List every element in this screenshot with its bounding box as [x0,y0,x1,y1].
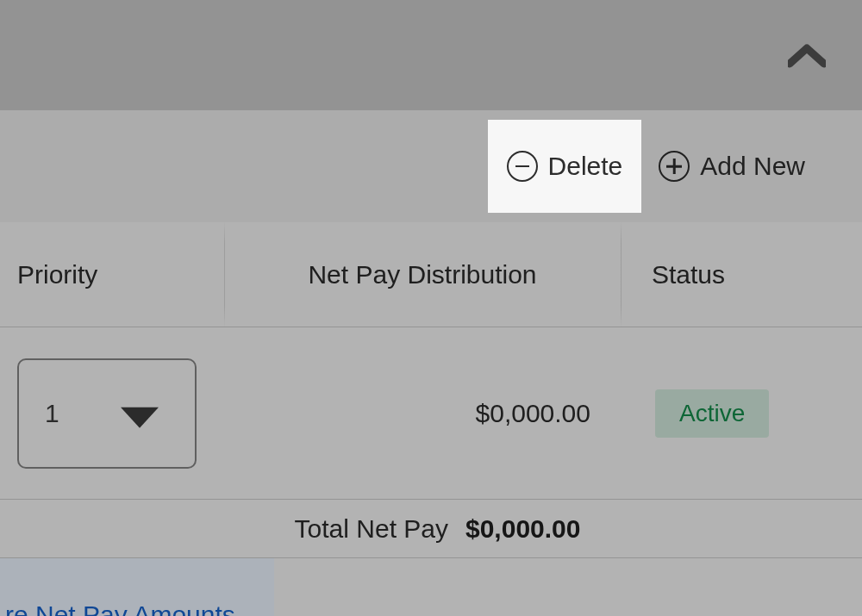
plus-circle-icon [659,151,690,182]
total-value: $0,000.00 [465,514,580,544]
add-new-label: Add New [700,152,805,181]
priority-select[interactable]: 1 [17,358,197,469]
column-header-status: Status [621,260,862,289]
cell-status: Active [621,389,862,438]
caret-down-icon [121,407,159,427]
footer-link-fragment[interactable]: re Net Pay Amounts [0,600,235,616]
column-header-priority: Priority [0,260,224,289]
total-row: Total Net Pay $0,000.00 [0,500,862,558]
table-header: Priority Net Pay Distribution Status [0,222,862,327]
column-header-netpay: Net Pay Distribution [224,260,621,289]
cell-priority: 1 [0,358,224,469]
collapse-chevron-icon[interactable] [788,43,826,72]
table-row: 1 $0,000.00 Active [0,327,862,500]
minus-circle-icon [507,151,538,182]
priority-value: 1 [45,399,59,428]
total-label: Total Net Pay [0,514,465,544]
status-badge: Active [655,389,769,438]
add-new-button[interactable]: Add New [641,120,822,213]
actions-row: Delete Add New [0,110,862,222]
delete-button[interactable]: Delete [488,120,642,213]
cell-netpay-value: $0,000.00 [224,399,621,428]
header-strip [0,0,862,110]
footer-strip: re Net Pay Amounts [0,558,274,616]
delete-label: Delete [548,152,623,181]
